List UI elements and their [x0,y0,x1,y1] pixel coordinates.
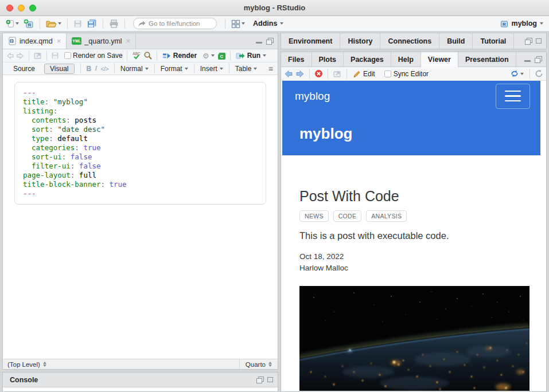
restore-pane-icon[interactable] [535,56,542,62]
back-icon[interactable] [284,70,293,78]
new-file-caret-icon[interactable] [15,22,19,25]
title-block-banner: myblog [282,111,540,155]
visual-mode-button[interactable]: Visual [44,64,74,74]
console-header[interactable]: Console [3,373,278,387]
goto-file-input[interactable] [149,20,206,27]
tab-tutorial[interactable]: Tutorial [473,33,514,49]
back-icon[interactable] [6,52,14,60]
addins-button[interactable]: Addins [252,19,285,28]
table-dropdown[interactable]: Table [235,65,258,73]
viewer-pane-controls [524,52,546,66]
spellcheck-icon[interactable]: ABC [131,51,142,60]
sync-editor-checkbox[interactable] [384,70,391,77]
new-project-button[interactable]: R [22,18,35,29]
separator [29,51,29,61]
restore-pane-icon[interactable] [256,377,263,383]
restore-pane-icon[interactable] [525,38,532,44]
maximize-pane-icon[interactable] [536,38,542,44]
close-icon[interactable]: × [57,37,61,45]
bold-button[interactable]: B [87,65,92,73]
tab-history[interactable]: History [340,33,380,49]
save-button[interactable] [72,19,83,29]
addins-caret-icon [280,22,283,25]
tab-presentation[interactable]: Presentation [458,52,516,66]
separator [124,19,125,29]
find-replace-icon[interactable] [143,51,153,60]
scope-label: (Top Level) [7,361,40,368]
post-thumbnail-earth-image[interactable] [299,286,529,391]
restore-pane-icon[interactable] [266,38,273,44]
insert-chunk-icon[interactable]: C [216,52,226,60]
viewer-tabbar: Files Plots Packages Help Viewer Present… [281,52,546,67]
category-badge[interactable]: NEWS [299,210,329,222]
refresh-icon[interactable] [535,69,543,78]
goto-file-search[interactable] [133,18,217,29]
tab-plots[interactable]: Plots [312,52,344,66]
format-dropdown[interactable]: Format [161,65,188,73]
separator [194,64,194,73]
run-button[interactable]: Run [235,51,267,60]
pane-layout-grid-icon [231,19,240,28]
category-badge[interactable]: ANALYSIS [366,210,407,222]
file-type-selector[interactable]: Quarto [239,359,278,369]
tab-files[interactable]: Files [281,52,312,66]
category-badge[interactable]: CODE [333,210,362,222]
sync-caret-icon[interactable] [520,73,524,75]
forward-icon[interactable] [295,70,305,78]
run-icon [236,52,245,60]
hamburger-bar [505,100,521,102]
save-icon[interactable] [51,52,59,60]
yaml-code[interactable]: ---title: "myblog"listing: contents: pos… [23,88,258,198]
minimize-pane-icon[interactable] [524,60,531,62]
open-in-new-window-icon[interactable] [333,70,342,78]
minimize-pane-icon[interactable] [256,42,262,44]
new-file-button[interactable] [5,19,20,29]
sync-icon [510,69,519,78]
hamburger-menu-button[interactable] [496,84,530,109]
yaml-metadata-block[interactable]: ---title: "myblog"listing: contents: pos… [14,82,266,205]
save-all-icon [87,19,97,28]
pane-layout-button[interactable] [230,19,246,29]
scope-selector[interactable]: (Top Level) [3,361,46,368]
render-options-caret-icon[interactable] [211,54,215,57]
tab-build[interactable]: Build [439,33,473,49]
open-file-button[interactable] [45,19,63,29]
outline-icon[interactable]: ≡ [268,64,273,73]
post-title-link[interactable]: Post With Code [299,188,523,205]
separator [229,64,229,73]
forward-icon[interactable] [16,52,25,60]
render-button[interactable]: Render [161,51,198,60]
tab-packages[interactable]: Packages [344,52,391,66]
italic-button[interactable]: I [95,64,97,73]
format-label: Format [161,65,182,73]
open-in-new-window-icon[interactable] [33,52,42,60]
sync-publish-button[interactable] [509,69,525,79]
project-menu-button[interactable]: R myblog [500,19,543,28]
edit-button[interactable]: Edit [352,69,376,79]
editor-toolbar: Render on Save ABC Render ⚙ C Run [3,49,278,62]
tab-environment[interactable]: Environment [281,33,340,49]
tab-connections[interactable]: Connections [380,33,439,49]
visual-editor[interactable]: ---title: "myblog"listing: contents: pos… [3,75,278,359]
paragraph-style-dropdown[interactable]: Normal [120,65,149,73]
tab-index-qmd[interactable]: index.qmd × [3,33,67,49]
maximize-pane-icon[interactable] [267,377,273,382]
pane-layout-caret-icon[interactable] [242,22,245,25]
print-button[interactable] [108,19,120,29]
save-all-button[interactable] [85,18,98,29]
separator [346,69,347,79]
viewer-content: myblog myblog Post With Code NEWS [281,81,546,391]
navbar-brand-link[interactable]: myblog [295,90,330,103]
insert-dropdown[interactable]: Insert [200,65,223,73]
stop-icon[interactable] [314,69,323,78]
run-caret-icon[interactable] [263,54,266,57]
tab-viewer[interactable]: Viewer [421,52,458,67]
source-mode-button[interactable]: Source [7,64,41,73]
gear-icon[interactable]: ⚙ [203,52,209,60]
open-file-caret-icon[interactable] [58,22,61,25]
render-on-save-checkbox[interactable] [64,52,71,59]
tab-quarto-yml[interactable]: YML _quarto.yml × [67,33,136,49]
tab-help[interactable]: Help [391,52,421,66]
code-button[interactable]: </> [100,65,108,72]
close-icon[interactable]: × [126,37,131,45]
